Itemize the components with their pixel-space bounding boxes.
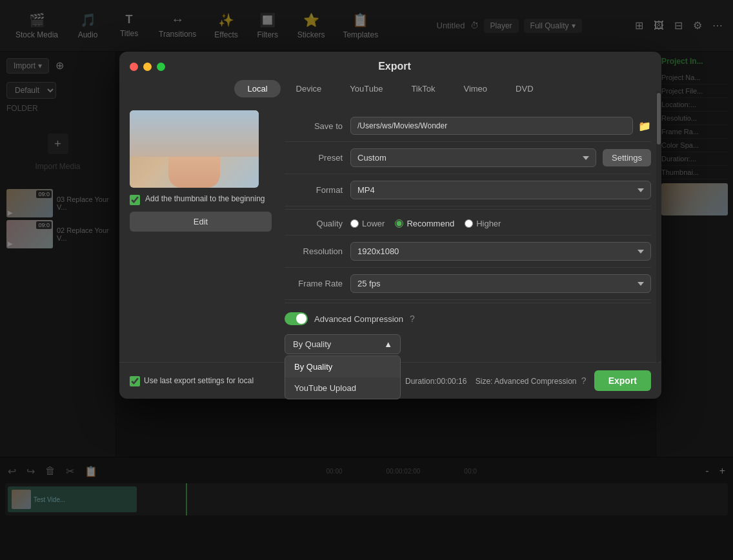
tab-device[interactable]: Device <box>283 80 335 97</box>
use-last-settings-checkbox[interactable] <box>130 376 140 386</box>
save-to-input-area: 📁 <box>350 117 651 135</box>
traffic-light-fullscreen[interactable] <box>157 63 165 71</box>
quality-higher-label: Higher <box>476 219 501 228</box>
settings-button[interactable]: Settings <box>603 149 651 166</box>
traffic-light-minimize[interactable] <box>143 63 152 71</box>
resolution-select[interactable]: 1920x1080 1280x720 3840x2160 <box>350 242 651 261</box>
thumbnail-checkbox[interactable] <box>130 195 140 205</box>
tab-dvd[interactable]: DVD <box>503 80 546 97</box>
thumbnail-checkbox-row: Add the thumbnail to the beginning <box>130 194 272 205</box>
preview-image <box>130 110 259 188</box>
preset-row: Preset Custom High Quality Low Quality S… <box>285 142 651 174</box>
advanced-compression-row: Advanced Compression ? <box>285 306 651 332</box>
quality-recommend-label: Recommend <box>407 219 454 228</box>
quality-higher-option[interactable]: Higher <box>465 219 501 228</box>
preset-label: Preset <box>285 153 343 163</box>
modal-scroll-thumb <box>657 93 661 145</box>
export-modal: Export Local Device YouTube TikTok Vimeo… <box>119 52 661 399</box>
advanced-compression-dropdown-wrapper: By Quality ▲ By Quality YouTube Upload <box>285 334 651 354</box>
resolution-label: Resolution <box>285 246 343 256</box>
size-help-icon[interactable]: ? <box>581 375 587 386</box>
settings-panel: Save to 📁 Preset Custom High Quality Low… <box>285 110 651 354</box>
quality-recommend-option[interactable]: Recommend <box>395 219 454 228</box>
folder-browse-button[interactable]: 📁 <box>638 120 651 132</box>
export-button[interactable]: Export <box>594 370 651 391</box>
quality-lower-radio[interactable] <box>350 219 359 228</box>
save-to-input[interactable] <box>350 117 633 135</box>
format-row: Format MP4 MOV AVI MKV <box>285 174 651 206</box>
tab-youtube[interactable]: YouTube <box>337 80 396 97</box>
thumbnail-checkbox-label: Add the thumbnail to the beginning <box>145 194 265 203</box>
toggle-knob <box>296 314 306 324</box>
dropdown-item-youtube-upload[interactable]: YouTube Upload <box>285 377 400 399</box>
preview-panel: Add the thumbnail to the beginning Edit <box>130 110 272 354</box>
traffic-light-close[interactable] <box>130 63 138 71</box>
advanced-compression-dropdown-menu: By Quality YouTube Upload <box>285 355 401 399</box>
divider-2 <box>285 303 651 303</box>
resolution-row: Resolution 1920x1080 1280x720 3840x2160 <box>285 235 651 268</box>
use-last-settings-row: Use last export settings for local <box>130 375 254 386</box>
modal-title: Export <box>170 61 619 72</box>
frame-rate-row: Frame Rate 25 fps 30 fps 60 fps <box>285 268 651 300</box>
quality-lower-label: Lower <box>362 219 385 228</box>
quality-options: Lower Recommend Higher <box>350 219 501 228</box>
advanced-compression-toggle[interactable] <box>285 312 308 325</box>
save-to-label: Save to <box>285 121 343 131</box>
modal-tabs: Local Device YouTube TikTok Vimeo DVD <box>119 72 661 103</box>
frame-rate-label: Frame Rate <box>285 279 343 288</box>
modal-scrollbar[interactable] <box>656 90 661 363</box>
quality-higher-radio[interactable] <box>465 219 473 228</box>
frame-rate-select[interactable]: 25 fps 30 fps 60 fps <box>350 274 651 293</box>
format-select[interactable]: MP4 MOV AVI MKV <box>350 181 651 199</box>
tab-tiktok[interactable]: TikTok <box>398 80 448 97</box>
duration-info: Duration:00:00:16 <box>405 377 467 386</box>
format-label: Format <box>285 185 343 195</box>
advanced-compression-label: Advanced Compression <box>314 314 403 324</box>
size-info: Size: Advanced Compression <box>476 377 577 386</box>
quality-row: Quality Lower Recommend Higher <box>285 212 651 235</box>
preset-input-area: Custom High Quality Low Quality Settings <box>350 148 651 167</box>
use-last-settings-label: Use last export settings for local <box>144 376 254 385</box>
dropdown-item-by-quality[interactable]: By Quality <box>285 356 400 377</box>
preset-select[interactable]: Custom High Quality Low Quality <box>350 148 596 167</box>
edit-button[interactable]: Edit <box>130 212 272 232</box>
quality-recommend-radio[interactable] <box>395 219 403 228</box>
quality-label: Quality <box>285 219 343 228</box>
save-to-row: Save to 📁 <box>285 110 651 142</box>
tab-vimeo[interactable]: Vimeo <box>450 80 500 97</box>
quality-lower-option[interactable]: Lower <box>350 219 385 228</box>
divider-1 <box>285 209 651 210</box>
advanced-compression-selected: By Quality <box>293 339 331 349</box>
advanced-compression-help-icon[interactable]: ? <box>410 314 415 324</box>
advanced-compression-dropdown-button[interactable]: By Quality ▲ <box>285 334 401 354</box>
modal-titlebar: Export <box>119 52 661 72</box>
chevron-up-icon: ▲ <box>384 339 392 349</box>
modal-body: Add the thumbnail to the beginning Edit … <box>119 103 661 362</box>
tab-local[interactable]: Local <box>234 80 280 97</box>
